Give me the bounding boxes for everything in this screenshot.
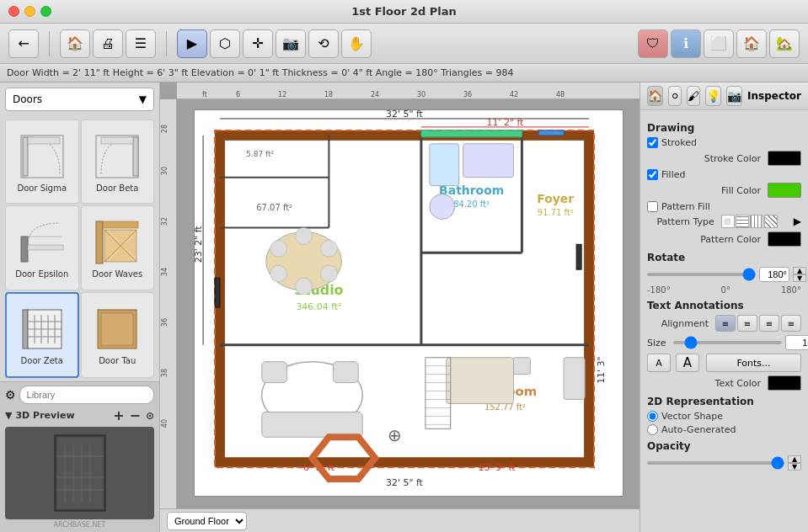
stroke-color-label: Stroke Color — [647, 153, 764, 164]
rotate-up[interactable]: ▲ — [793, 267, 806, 274]
opacity-down[interactable]: ▼ — [788, 463, 801, 471]
traffic-lights — [8, 6, 51, 17]
pattern-type-arrow[interactable]: ▶ — [794, 215, 801, 227]
door-grid: Door Sigma Door Beta — [0, 116, 159, 381]
pattern-color-swatch[interactable] — [768, 231, 801, 247]
inspector-tab-brush[interactable]: 🖌 — [687, 86, 700, 106]
font-row: A A Fonts... — [647, 354, 801, 372]
inspector-tab-sphere[interactable]: ⚪ — [668, 86, 682, 106]
text-color-swatch[interactable] — [768, 375, 801, 391]
print-tool[interactable]: 🖨 — [93, 29, 123, 58]
rotate-value[interactable] — [759, 267, 789, 282]
close-button[interactable] — [8, 6, 19, 17]
svg-rect-6 — [21, 237, 28, 262]
back-button[interactable]: ← — [8, 29, 39, 58]
fill-color-swatch[interactable] — [768, 183, 801, 198]
opacity-title: Opacity — [647, 440, 801, 452]
door-item-sigma[interactable]: Door Sigma — [5, 120, 79, 204]
door-zeta-label: Door Zeta — [21, 356, 63, 365]
svg-rect-76 — [429, 194, 454, 220]
shapes-tool[interactable]: ⬡ — [210, 29, 240, 58]
filled-checkbox[interactable] — [647, 169, 658, 180]
door-item-tau[interactable]: Door Tau — [81, 292, 155, 378]
pattern-color-row: Pattern Color — [647, 231, 801, 247]
svg-text:13' 9" ft: 13' 9" ft — [478, 462, 516, 473]
stroked-checkbox[interactable] — [647, 137, 658, 148]
fonts-button[interactable]: Fonts... — [706, 354, 801, 372]
pattern-cell-3[interactable] — [750, 215, 763, 228]
size-value[interactable] — [785, 335, 808, 350]
align-left-button[interactable]: ≡ — [715, 315, 736, 332]
rotate-slider-row: ▲ ▼ — [647, 267, 801, 282]
rotate-tool[interactable]: ⟲ — [308, 29, 339, 58]
floor-plan[interactable]: 32' 5" ft 11' 2" ft 23' 2" ft — [177, 99, 639, 507]
align-center-button[interactable]: ≡ — [737, 315, 757, 332]
pattern-type-row: Pattern Type ⬜ ▶ — [647, 215, 801, 228]
svg-text:84.20 ft²: 84.20 ft² — [453, 200, 490, 209]
inspector-tab-camera[interactable]: 📷 — [726, 86, 742, 106]
door-item-waves[interactable]: Door Waves — [81, 205, 155, 290]
door-item-zeta[interactable]: Door Zeta — [5, 292, 79, 378]
door-item-beta[interactable]: Door Beta — [81, 120, 155, 204]
zoom-out-icon[interactable]: − — [130, 407, 141, 423]
shield-icon-btn[interactable]: 🛡 — [638, 29, 668, 58]
archbase-text: ARCHBASE.NET — [54, 521, 106, 529]
opacity-slider[interactable] — [647, 461, 784, 465]
rotate-slider[interactable] — [647, 273, 756, 276]
text-size-small-button[interactable]: A — [647, 354, 671, 372]
text-color-label: Text Color — [647, 378, 764, 389]
preview-label-text: 3D Preview — [15, 410, 74, 421]
pattern-type-selector[interactable]: ⬜ — [721, 215, 789, 228]
svg-rect-66 — [333, 362, 358, 383]
pan-tool[interactable]: ✋ — [341, 29, 372, 58]
move-tool[interactable]: ✛ — [243, 29, 273, 58]
svg-rect-67 — [261, 412, 361, 437]
auto-generated-radio[interactable] — [647, 424, 658, 435]
menu-tool[interactable]: ☰ — [126, 29, 156, 58]
toolbar-separator — [49, 31, 50, 56]
align-justify-button[interactable]: ≡ — [781, 315, 801, 332]
representation-title: 2D Representation — [647, 396, 801, 407]
camera-tool[interactable]: 📷 — [276, 29, 306, 58]
toolbar-group-right: 🛡 ℹ ⬜ 🏠 🏡 — [638, 29, 800, 58]
zoom-in-icon[interactable]: + — [113, 407, 124, 423]
select-tool[interactable]: ▶ — [177, 29, 207, 58]
floor-select[interactable]: Ground Floor — [167, 512, 247, 530]
svg-rect-5 — [101, 137, 133, 144]
screen-button[interactable]: ⬜ — [704, 29, 734, 58]
home-tool[interactable]: 🏠 — [60, 29, 90, 58]
minimize-button[interactable] — [24, 6, 35, 17]
preview-toggle-arrow[interactable]: ▼ — [5, 410, 12, 421]
settings-icon[interactable]: ⚙ — [5, 388, 16, 402]
pattern-cell-1[interactable]: ⬜ — [721, 215, 735, 228]
view-3d-button[interactable]: 🏡 — [769, 29, 800, 58]
pattern-cell-2[interactable] — [736, 215, 749, 228]
stroke-color-swatch[interactable] — [768, 151, 801, 166]
svg-text:346.04 ft²: 346.04 ft² — [296, 301, 341, 312]
toolbar-group-draw: ▶ ⬡ ✛ 📷 ⟲ ✋ — [177, 29, 372, 58]
text-size-large-button[interactable]: A — [676, 354, 699, 372]
pattern-fill-checkbox[interactable] — [647, 201, 658, 212]
inspector-tab-house[interactable]: 🏠 — [647, 86, 663, 106]
alignment-label: Alignment — [647, 318, 712, 329]
inspector-tab-bulb[interactable]: 💡 — [705, 86, 721, 106]
rotate-down[interactable]: ▼ — [793, 274, 806, 282]
preview-section-label: ▼ 3D Preview + − ⊙ — [5, 407, 154, 423]
search-input[interactable] — [19, 386, 154, 404]
canvas-area[interactable]: ft 6 12 18 24 30 36 42 48 28 30 32 34 36… — [160, 82, 639, 532]
pattern-cell-4[interactable] — [764, 215, 778, 228]
toolbar-group-main: 🏠 🖨 ☰ — [60, 29, 156, 58]
fill-color-label: Fill Color — [647, 185, 764, 196]
zoom-reset-icon[interactable]: ⊙ — [146, 410, 154, 422]
vector-shape-radio[interactable] — [647, 411, 658, 422]
info-button[interactable]: ℹ — [671, 29, 701, 58]
svg-rect-7 — [28, 245, 63, 250]
doors-dropdown[interactable]: Doors ▼ — [5, 88, 154, 111]
filled-row: Filled — [647, 169, 801, 180]
align-right-button[interactable]: ≡ — [759, 315, 779, 332]
size-slider[interactable] — [673, 341, 782, 344]
maximize-button[interactable] — [40, 6, 51, 17]
view-home-button[interactable]: 🏠 — [736, 29, 767, 58]
opacity-up[interactable]: ▲ — [788, 455, 801, 463]
door-item-epsilon[interactable]: Door Epsilon — [5, 205, 79, 290]
